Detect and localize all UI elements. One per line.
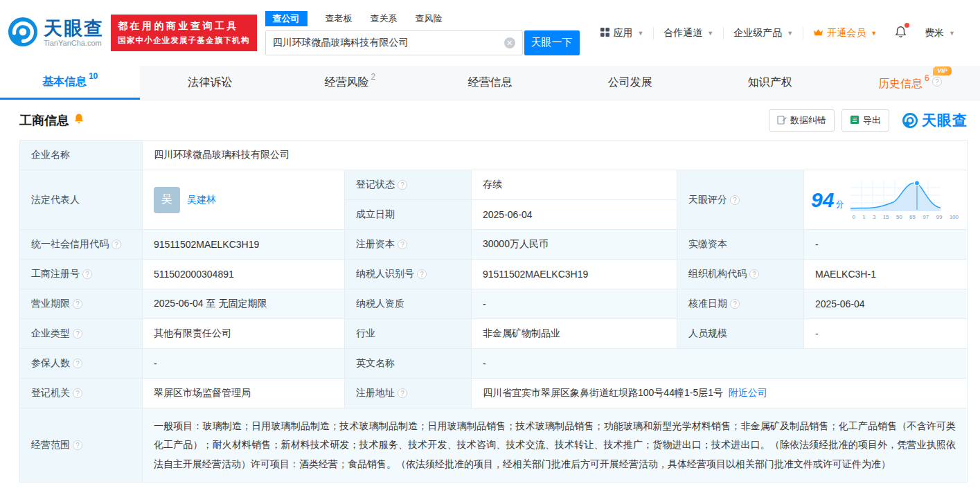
crown-icon — [813, 28, 823, 39]
nav-apps[interactable]: 应用 ▼ — [591, 27, 653, 39]
legal-rep-link[interactable]: 吴建林 — [187, 194, 216, 206]
export-label: 导出 — [863, 114, 881, 127]
credit-code-label: 统一社会信用代码 — [20, 230, 143, 260]
tianyan-score: 94分 — [811, 188, 844, 212]
chevron-down-icon: ▼ — [707, 30, 713, 37]
insured-value: - — [143, 349, 345, 379]
search-button[interactable]: 天眼一下 — [524, 30, 580, 55]
top-nav: 应用 ▼ 合作通道 ▼ 企业级产品 ▼ 开通会员 ▼ 费米 ▼ — [591, 26, 965, 40]
help-icon[interactable] — [73, 329, 82, 339]
search-tab-company[interactable]: 查公司 — [265, 11, 308, 26]
term-label: 营业期限 — [20, 289, 143, 319]
credit-code-value: 91511502MAELKC3H19 — [143, 230, 345, 260]
reg-number-label: 工商注册号 — [20, 260, 143, 289]
subscribe-bell-icon[interactable] — [73, 113, 84, 128]
business-info-table: 企业名称 四川环球微晶玻璃科技有限公司 法定代表人 吴 吴建林 登记状态 存续 … — [19, 140, 968, 483]
org-code-label: 组织机构代码 — [677, 260, 804, 289]
reg-status-value: 存续 — [472, 170, 677, 200]
help-icon[interactable] — [82, 269, 92, 279]
nav-partner-channel[interactable]: 合作通道 ▼ — [653, 27, 723, 39]
help-icon[interactable] — [730, 195, 740, 205]
business-scope-value: 一般项目：玻璃制造；日用玻璃制品制造；技术玻璃制品制造；日用玻璃制品销售；技术玻… — [143, 408, 968, 483]
table-row: 登记机关 翠屏区市场监督管理局 注册地址 四川省宜宾市翠屏区象鼻街道红坝路100… — [20, 379, 968, 408]
tab-operating-risk[interactable]: 经营风险 2 — [280, 66, 420, 100]
tab-ip-label: 知识产权 — [748, 75, 792, 90]
tab-legal-proceedings[interactable]: 法律诉讼 — [140, 66, 280, 100]
top-bar: 天眼查 TianYanCha.com 都在用的商业查询工具 国家中小企业发展子基… — [0, 0, 980, 66]
search-tab-boss[interactable]: 查老板 — [326, 12, 353, 25]
help-icon[interactable] — [730, 299, 740, 309]
search-tab-risk[interactable]: 查风险 — [416, 12, 443, 25]
apps-grid-icon — [600, 28, 609, 39]
watermark-text: 天眼查 — [922, 111, 968, 130]
table-row: 工商注册号 511502000304891 纳税人识别号 91511502MAE… — [20, 260, 968, 289]
data-correction-button[interactable]: 数据纠错 — [769, 109, 835, 132]
tab-company-development[interactable]: 公司发展 — [560, 66, 700, 100]
table-row: 企业类型 其他有限责任公司 行业 非金属矿物制品业 人员规模 - — [20, 319, 968, 349]
taxpayer-id-label: 纳税人识别号 — [345, 260, 472, 289]
nav-user-menu[interactable]: 费米 ▼ — [915, 27, 965, 39]
notification-bell[interactable] — [887, 26, 915, 40]
reg-capital-label: 注册资本 — [345, 230, 472, 260]
tab-intellectual-property[interactable]: 知识产权 — [700, 66, 840, 100]
help-icon[interactable] — [398, 180, 407, 190]
tab-basic-info-label: 基本信息 — [42, 75, 87, 89]
reg-capital-value: 30000万人民币 — [472, 230, 677, 260]
score-curve-chart: 0131550659799100 — [850, 179, 960, 220]
help-icon[interactable] — [749, 269, 759, 279]
logo-brand-text: 天眼查 — [44, 19, 104, 38]
tab-operation-label: 经营信息 — [467, 75, 512, 90]
est-date-label: 成立日期 — [345, 200, 472, 230]
paid-capital-value: - — [804, 230, 968, 260]
legal-rep-label: 法定代表人 — [20, 170, 143, 230]
username-label: 费米 — [925, 27, 944, 39]
export-excel-icon — [850, 115, 859, 127]
legal-rep-avatar[interactable]: 吴 — [154, 187, 180, 213]
help-icon[interactable] — [932, 77, 942, 87]
export-button[interactable]: 导出 — [841, 109, 889, 132]
tab-history-info[interactable]: 历史信息 6 VIP — [840, 66, 980, 100]
help-icon[interactable] — [417, 269, 427, 279]
search-area: 查公司 查老板 查关系 查风险 ✕ 天眼一下 — [265, 11, 580, 55]
taxpayer-quality-value: - — [472, 289, 677, 319]
score-axis-labels: 0131550659799100 — [850, 214, 960, 220]
help-icon[interactable] — [73, 388, 82, 398]
company-name-label: 企业名称 — [20, 141, 143, 170]
data-correction-label: 数据纠错 — [790, 114, 826, 127]
staff-size-label: 人员规模 — [677, 319, 804, 349]
help-icon[interactable] — [398, 388, 407, 398]
nav-open-vip[interactable]: 开通会员 ▼ — [803, 27, 887, 39]
tab-operating-info[interactable]: 经营信息 — [420, 66, 560, 100]
business-scope-label: 经营范围 — [20, 408, 143, 483]
slogan-line1: 都在用的商业查询工具 — [118, 20, 250, 33]
tianyancha-logo[interactable]: 天眼查 TianYanCha.com — [7, 16, 104, 50]
term-value: 2025-06-04 至 无固定期限 — [143, 289, 345, 319]
clear-search-icon[interactable]: ✕ — [504, 37, 515, 48]
nearby-companies-link[interactable]: 附近公司 — [729, 387, 767, 398]
english-name-value: - — [472, 349, 968, 379]
paid-capital-label: 实缴资本 — [677, 230, 804, 260]
business-info-section-head: 工商信息 数据纠错 导出 天眼查 — [0, 100, 980, 140]
help-icon[interactable] — [398, 240, 407, 249]
chevron-down-icon: ▼ — [787, 30, 793, 37]
tab-development-label: 公司发展 — [608, 75, 652, 90]
help-icon[interactable] — [112, 240, 121, 249]
approval-date-value: 2025-06-04 — [804, 289, 968, 319]
help-icon[interactable] — [73, 440, 82, 450]
est-date-value: 2025-06-04 — [472, 200, 677, 230]
tab-history-count: 6 — [925, 73, 929, 83]
help-icon[interactable] — [73, 359, 82, 368]
reg-status-label: 登记状态 — [345, 170, 472, 200]
chevron-down-icon: ▼ — [871, 30, 877, 37]
address-label: 注册地址 — [345, 379, 472, 408]
help-icon[interactable] — [73, 299, 82, 309]
tab-legal-label: 法律诉讼 — [188, 75, 232, 90]
search-input[interactable] — [273, 37, 504, 48]
nav-enterprise-products[interactable]: 企业级产品 ▼ — [723, 27, 803, 39]
company-type-value: 其他有限责任公司 — [143, 319, 345, 349]
org-code-value: MAELKC3H-1 — [804, 260, 968, 289]
chevron-down-icon: ▼ — [637, 30, 643, 37]
tab-basic-info[interactable]: 基本信息 10 — [0, 66, 140, 100]
search-tab-relation[interactable]: 查关系 — [371, 12, 398, 25]
table-row: 统一社会信用代码 91511502MAELKC3H19 注册资本 30000万人… — [20, 230, 968, 260]
